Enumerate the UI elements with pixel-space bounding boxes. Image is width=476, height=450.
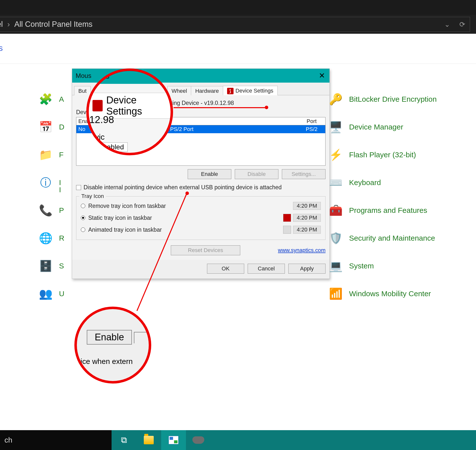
device-port: PS/2 <box>298 126 325 132</box>
cp-item-label: BitLocker Drive Encryption <box>349 95 437 103</box>
synaptics-link[interactable]: www.synaptics.com <box>278 247 326 254</box>
zoom2-button-edge <box>134 332 151 343</box>
radio-remove-tray[interactable]: Remove tray icon from taskbar <box>81 203 166 209</box>
cp-item-right[interactable]: ⚡Flash Player (32-bit) <box>329 148 416 162</box>
chevron-down-icon[interactable]: ⌄ <box>444 20 450 29</box>
cp-item-icon: 💻 <box>329 259 343 273</box>
cp-item-right[interactable]: ⌨️Keyboard <box>329 176 381 190</box>
disable-internal-checkbox-row[interactable]: Disable internal pointing device when ex… <box>76 184 326 191</box>
cp-item-icon: 🔑 <box>329 92 343 106</box>
tab-wheel[interactable]: Wheel <box>167 86 191 95</box>
tab-device-settings-label: Device Settings <box>236 88 273 94</box>
settings-button: Settings... <box>282 169 326 179</box>
cp-item-left[interactable]: 📁F <box>39 148 63 162</box>
cp-item-right[interactable]: 🔑BitLocker Drive Encryption <box>329 92 437 106</box>
synaptics-icon <box>92 100 103 111</box>
cp-item-icon: 🧩 <box>39 92 53 106</box>
cp-item-icon: 🌐 <box>39 231 53 245</box>
taskbar-search[interactable]: ch <box>0 430 112 450</box>
cp-item-icon: 📞 <box>39 203 53 217</box>
cp-item-icon: 🖥️ <box>329 120 343 134</box>
close-icon[interactable]: ✕ <box>319 71 325 80</box>
file-explorer-icon[interactable] <box>136 430 161 450</box>
annotation-zoom-top: Mous But Device Settings 12.98 Devic Ena… <box>86 68 173 155</box>
cp-item-left[interactable]: 👥U <box>39 287 64 301</box>
checkbox-icon[interactable] <box>76 185 81 190</box>
cp-item-icon: 📅 <box>39 120 53 134</box>
synaptics-icon: ⟆ <box>227 88 234 94</box>
taskbar[interactable]: ch ⧉ <box>0 430 476 450</box>
refresh-icon[interactable]: ⟳ <box>459 20 465 29</box>
cp-item-left[interactable]: 🗄️S <box>39 259 64 273</box>
tray-icon-fieldset: Tray Icon Remove tray icon from taskbar … <box>76 196 326 240</box>
radio-icon[interactable] <box>81 216 85 220</box>
ok-button[interactable]: OK <box>207 264 244 274</box>
zoom1-tab-label: Device Settings <box>106 95 168 117</box>
window-top-strip <box>0 0 476 15</box>
annotation-zoom-bottom: Enable vice when extern <box>74 307 151 384</box>
cp-item-right[interactable]: 🖥️Device Manager <box>329 120 403 134</box>
cp-item-icon: 📁 <box>39 148 53 162</box>
cp-item-label-2: I <box>59 186 61 194</box>
radio-icon[interactable] <box>81 227 85 232</box>
cp-item-icon: 🧰 <box>329 203 343 217</box>
annotation-dot-tab <box>265 106 268 109</box>
cp-item-left[interactable]: ⓘII <box>39 176 61 190</box>
tray-preview-blank-icon <box>283 202 291 210</box>
cp-item-right[interactable]: 🧰Programs and Features <box>329 203 427 217</box>
radio-label: Remove tray icon from taskbar <box>88 203 166 209</box>
task-view-icon[interactable]: ⧉ <box>112 430 136 450</box>
cp-item-right[interactable]: 📶Windows Mobility Center <box>329 287 431 301</box>
cp-item-icon: 🗄️ <box>39 259 53 273</box>
tray-icon-legend: Tray Icon <box>79 193 106 199</box>
taskbar-search-text: ch <box>4 436 12 444</box>
tab-buttons[interactable]: But <box>74 86 91 95</box>
tab-device-settings[interactable]: ⟆Device Settings <box>223 86 278 95</box>
cp-item-label: A <box>59 95 64 103</box>
cp-item-label: Security and Maintenance <box>349 234 435 242</box>
col-port[interactable]: Port <box>298 118 325 125</box>
time-preview-1: 4:20 PM <box>293 202 321 210</box>
cp-item-label: P <box>59 206 64 215</box>
tab-hardware[interactable]: Hardware <box>191 86 223 95</box>
cp-item-icon: ⌨️ <box>329 176 343 190</box>
divider <box>0 64 476 64</box>
dialog-title: Mous <box>76 72 91 80</box>
cp-item-icon: 👥 <box>39 287 53 301</box>
zoom2-text: vice when extern <box>77 357 133 366</box>
cp-item-label: Keyboard <box>349 178 381 187</box>
checkbox-label: Disable internal pointing device when ex… <box>84 184 282 191</box>
cp-item-label: Programs and Features <box>349 206 427 215</box>
cp-item-label: Flash Player (32-bit) <box>349 151 416 159</box>
address-outline <box>0 17 470 32</box>
zoom1-version: 12.98 <box>89 114 114 125</box>
cp-item-right[interactable]: 🛡️Security and Maintenance <box>329 231 435 245</box>
address-bar[interactable]: nel › All Control Panel Items ⌄ ⟳ <box>0 15 476 34</box>
cp-item-left[interactable]: 🌐R <box>39 231 64 245</box>
zoom2-enable-btn: Enable <box>87 330 132 345</box>
cp-item-icon: 🛡️ <box>329 231 343 245</box>
time-preview-3: 4:20 PM <box>293 226 321 234</box>
time-preview-2: 4:20 PM <box>293 214 321 222</box>
enable-button[interactable]: Enable <box>188 169 231 179</box>
cp-item-icon: ⚡ <box>329 148 343 162</box>
cp-item-label: S <box>59 262 64 270</box>
cp-item-icon: 📶 <box>329 287 343 301</box>
cp-item-left[interactable]: 📞P <box>39 203 64 217</box>
settings-heading[interactable]: ttings <box>0 43 3 53</box>
content-area: ttings s er g Mous ✕ But Wheel Hardware … <box>0 34 476 430</box>
apply-button[interactable]: Apply <box>288 264 326 274</box>
cancel-button[interactable]: Cancel <box>248 264 285 274</box>
radio-static-tray[interactable]: Static tray icon in taskbar <box>81 215 152 221</box>
cp-item-left[interactable]: 🧩A <box>39 92 64 106</box>
annotation-dot-enable <box>185 192 189 195</box>
cp-item-right[interactable]: 💻System <box>329 259 374 273</box>
tray-preview-static-icon <box>283 214 291 222</box>
radio-label: Static tray icon in taskbar <box>88 215 152 221</box>
radio-animated-tray[interactable]: Animated tray icon in taskbar <box>81 226 162 233</box>
control-panel-icon[interactable] <box>161 430 186 450</box>
cp-item-label: System <box>349 262 374 270</box>
radio-icon[interactable] <box>81 204 85 208</box>
cp-item-left[interactable]: 📅D <box>39 120 64 134</box>
mouse-settings-icon[interactable] <box>186 430 211 450</box>
